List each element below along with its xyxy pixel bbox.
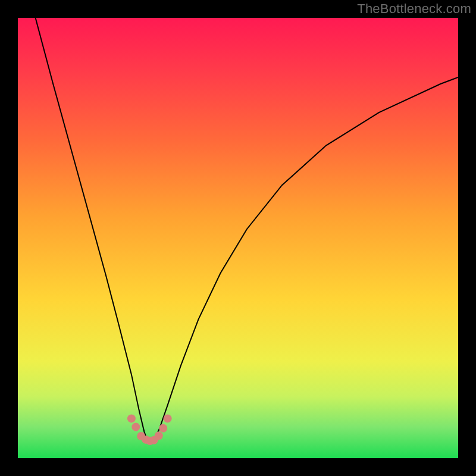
bottleneck-curve — [36, 18, 458, 440]
curve-marker — [155, 431, 163, 440]
curve-marker — [159, 424, 167, 433]
attribution-text: TheBottleneck.com — [357, 1, 471, 17]
plot-area — [18, 18, 458, 458]
curve-marker — [164, 414, 172, 422]
curve-marker — [131, 423, 140, 431]
chart-container: TheBottleneck.com — [0, 0, 476, 476]
curve-markers — [127, 414, 172, 445]
chart-svg — [18, 18, 458, 458]
curve-marker — [127, 414, 136, 422]
